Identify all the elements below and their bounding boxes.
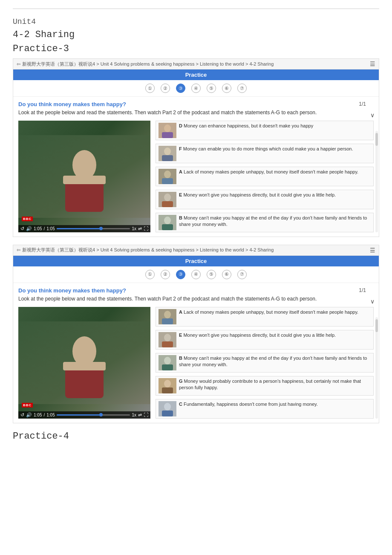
time-total-2: 1:05	[46, 413, 55, 417]
volume-btn-2[interactable]: 🔊	[26, 412, 32, 418]
volume-btn-1[interactable]: 🔊	[26, 226, 32, 231]
hamburger-icon-2[interactable]: ☰	[370, 247, 375, 254]
svg-point-22	[72, 336, 96, 366]
progress-fill-2	[57, 414, 101, 416]
option-thumb-A	[159, 169, 176, 184]
step-2-1[interactable]: ②	[161, 84, 170, 93]
option-thumb-2-B	[159, 355, 176, 370]
option-item-F[interactable]: F Money can enable you to do more things…	[156, 144, 374, 163]
score-badge-2: 1/1	[359, 287, 366, 293]
question-desc-1: Look at the people below and read the st…	[18, 109, 374, 116]
step-2-2[interactable]: ②	[161, 270, 170, 279]
step-7-1[interactable]: ⑦	[237, 84, 247, 93]
breadcrumb-text-2: 新视野大学英语（第三版）视听说4 > Unit 4 Solving proble…	[22, 247, 274, 253]
scrollbar-area-2[interactable]	[375, 317, 378, 419]
option-thumb-2-C	[159, 401, 176, 416]
progress-bar-1[interactable]	[57, 228, 130, 229]
step-3-2[interactable]: ③	[176, 270, 185, 279]
speed-label-1: 1x	[132, 226, 136, 231]
rewind-btn-1[interactable]: ↺	[20, 226, 24, 231]
chevron-icon-2[interactable]: ∨	[370, 298, 375, 305]
option-text-2-B: B Money can't make you happy at the end …	[179, 355, 371, 368]
svg-point-26	[164, 311, 171, 318]
progress-bar-2[interactable]	[57, 414, 130, 416]
video-controls-1[interactable]: ↺ 🔊 1:05 / 1:05 1x ⇌ ⛶	[18, 225, 150, 232]
steps-bar-1: ① ② ③ ④ ⑤ ⑥ ⑦	[13, 80, 379, 97]
step-1-1[interactable]: ①	[145, 84, 155, 93]
svg-rect-36	[162, 387, 173, 393]
step-5-2[interactable]: ⑤	[207, 270, 216, 279]
chevron-icon-1[interactable]: ∨	[370, 112, 375, 119]
option-item-2-E[interactable]: E Money won't give you happiness directl…	[156, 330, 374, 350]
option-text-2-C: C Fundamentally, happiness doesn't come …	[179, 401, 318, 408]
svg-point-29	[164, 334, 171, 341]
fullscreen-btn-1[interactable]: ⛶	[144, 226, 148, 231]
svg-rect-13	[162, 178, 173, 184]
option-item-2-C[interactable]: C Fundamentally, happiness doesn't come …	[156, 399, 374, 419]
progress-fill-1	[57, 228, 101, 229]
scrollbar-thumb-1[interactable]	[375, 133, 378, 146]
hamburger-icon-1[interactable]: ☰	[370, 61, 375, 67]
step-1-2[interactable]: ①	[145, 270, 155, 279]
home-icon-1[interactable]: ⇦	[17, 61, 20, 67]
option-text-A: A Lack of money makes people unhappy, bu…	[179, 169, 358, 175]
step-4-2[interactable]: ④	[191, 270, 201, 279]
option-item-B[interactable]: B Money can't make you happy at the end …	[156, 213, 374, 232]
video-player-1[interactable]: BBC ↺ 🔊 1:05 / 1:05 1x ⇌ ⛶	[18, 121, 150, 232]
settings-btn-1[interactable]: ⇌	[138, 226, 142, 231]
video-frame-1	[18, 121, 150, 232]
video-player-2[interactable]: BBC ↺ 🔊 1:05 / 1:05 1x ⇌ ⛶	[18, 307, 150, 419]
breadcrumb-bar-2: ⇦ 新视野大学英语（第三版）视听说4 > Unit 4 Solving prob…	[13, 245, 379, 256]
option-text-F: F Money can enable you to do more things…	[179, 146, 353, 152]
fullscreen-btn-2[interactable]: ⛶	[144, 412, 148, 417]
practice4-label: Practice-4	[13, 431, 379, 442]
question-title-1: Do you think money makes them happy?	[18, 101, 374, 107]
svg-rect-24	[63, 362, 106, 370]
step-4-1[interactable]: ④	[191, 84, 201, 93]
svg-point-32	[164, 357, 171, 364]
option-text-B: B Money can't make you happy at the end …	[179, 215, 371, 228]
svg-point-35	[164, 380, 171, 387]
panel-body-1: 1/1 ∨ Do you think money makes them happ…	[13, 97, 379, 237]
home-icon-2[interactable]: ⇦	[17, 247, 20, 253]
option-item-2-B[interactable]: B Money can't make you happy at the end …	[156, 353, 374, 373]
option-thumb-B	[159, 215, 176, 230]
option-thumb-2-G	[159, 378, 176, 393]
option-text-D: D Money can enhance happiness, but it do…	[179, 123, 313, 129]
rewind-btn-2[interactable]: ↺	[20, 412, 24, 418]
option-thumb-F	[159, 146, 176, 161]
options-list-2: A Lack of money makes people unhappy, bu…	[156, 307, 374, 419]
step-7-2[interactable]: ⑦	[237, 270, 247, 279]
step-5-1[interactable]: ⑤	[207, 84, 216, 93]
option-item-D[interactable]: D Money can enhance happiness, but it do…	[156, 121, 374, 140]
practice-bar-1: Practice	[13, 69, 379, 80]
option-item-2-G[interactable]: G Money would probably contribute to a p…	[156, 376, 374, 396]
video-controls-2[interactable]: ↺ 🔊 1:05 / 1:05 1x ⇌ ⛶	[18, 411, 150, 419]
step-6-2[interactable]: ⑥	[222, 270, 231, 279]
option-item-2-A[interactable]: A Lack of money makes people unhappy, bu…	[156, 307, 374, 327]
option-item-E[interactable]: E Money won't give you happiness directl…	[156, 190, 374, 209]
option-item-A[interactable]: A Lack of money makes people unhappy, bu…	[156, 167, 374, 186]
breadcrumb-left-1: ⇦ 新视野大学英语（第三版）视听说4 > Unit 4 Solving prob…	[17, 61, 274, 67]
time-total-1: 1:05	[46, 226, 55, 231]
option-text-2-A: A Lack of money makes people unhappy, bu…	[179, 309, 358, 315]
panel-2: ⇦ 新视野大学英语（第三版）视听说4 > Unit 4 Solving prob…	[13, 245, 379, 423]
steps-bar-2: ① ② ③ ④ ⑤ ⑥ ⑦	[13, 266, 379, 283]
scrollbar-area-1[interactable]	[375, 131, 378, 232]
option-thumb-2-A	[159, 309, 176, 324]
settings-btn-2[interactable]: ⇌	[138, 412, 142, 418]
panel-1: ⇦ 新视野大学英语（第三版）视听说4 > Unit 4 Solving prob…	[13, 58, 379, 237]
options-list-1: D Money can enhance happiness, but it do…	[156, 121, 374, 232]
step-3-1[interactable]: ③	[176, 84, 185, 93]
scrollbar-thumb-2[interactable]	[375, 319, 378, 332]
media-options-1: BBC ↺ 🔊 1:05 / 1:05 1x ⇌ ⛶	[18, 121, 374, 232]
breadcrumb-bar-1: ⇦ 新视野大学英语（第三版）视听说4 > Unit 4 Solving prob…	[13, 59, 379, 69]
progress-dot-1	[99, 227, 103, 230]
step-6-1[interactable]: ⑥	[222, 84, 231, 93]
time-current-2: 1:05	[34, 413, 42, 417]
svg-point-6	[164, 124, 171, 132]
svg-point-15	[164, 194, 171, 201]
question-title-2: Do you think money makes them happy?	[18, 287, 374, 294]
svg-rect-39	[162, 410, 173, 416]
svg-point-18	[164, 217, 171, 224]
